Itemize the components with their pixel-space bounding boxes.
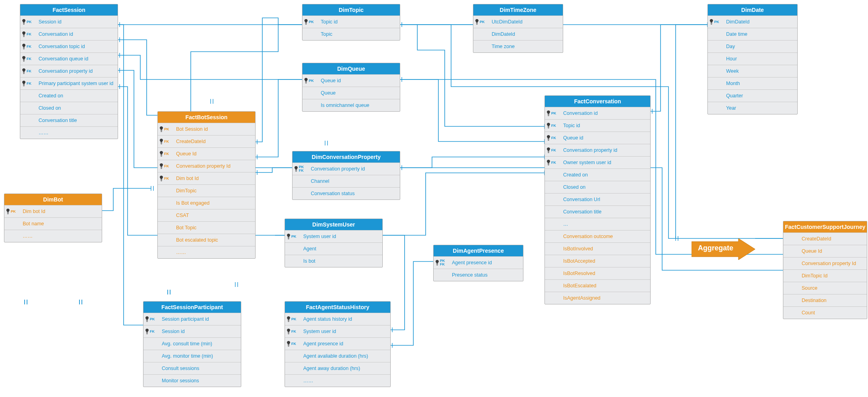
entity-dimDate: DimDatePKDimDateIdDate timeDayHourWeekMo… [707, 4, 798, 114]
entity-field-label: Dim bot Id [23, 209, 99, 214]
entity-field-label: CreateDateId [176, 139, 252, 144]
svg-rect-122 [305, 23, 307, 23]
entity-row: Created on [20, 89, 118, 102]
fk-key-icon: FK [159, 163, 176, 169]
svg-rect-154 [548, 128, 549, 128]
entity-row: Is Bot engaged [158, 197, 255, 209]
entity-row: FKQueue id [545, 132, 650, 144]
entity-field-label: Agent presence id [303, 341, 387, 347]
entity-row: Closed on [20, 102, 118, 114]
entity-row: Topic [302, 28, 400, 40]
entity-row: Conversation outcome [545, 230, 650, 242]
svg-rect-128 [295, 170, 297, 170]
entity-field-label: Avg. consult time (min) [162, 341, 238, 347]
entity-field-label: Session id [39, 19, 114, 25]
entity-row: Date time [708, 28, 797, 40]
entity-field-label: Channel [311, 178, 397, 184]
entity-row: CSAT [158, 209, 255, 221]
entity-dimTopic: DimTopicPKTopic idTopic [302, 4, 400, 41]
entity-field-label: Agent avaliable duration (hrs) [303, 353, 387, 359]
entity-row: PKUtcDimDateId [473, 15, 563, 28]
entity-row: Hour [708, 52, 797, 65]
entity-row: Closed on [545, 181, 650, 193]
entity-field-label: …… [23, 233, 99, 239]
entity-field-label: Is bot [303, 258, 379, 264]
svg-rect-95 [23, 84, 25, 85]
relationship-line [255, 79, 302, 157]
svg-rect-93 [23, 73, 25, 73]
svg-rect-130 [296, 171, 297, 172]
entity-row: Monitor sessions [143, 374, 241, 387]
entity-row: Bot escalated topic [158, 234, 255, 246]
svg-rect-98 [7, 212, 9, 213]
svg-rect-146 [476, 23, 478, 23]
svg-rect-157 [548, 140, 549, 141]
entity-field-label: …… [39, 130, 114, 136]
entity-field-label: IsBotAccepted [563, 258, 647, 264]
entity-header: FactBotSession [158, 112, 255, 123]
entity-header: DimTimeZone [473, 4, 563, 15]
relationship-line [117, 25, 143, 325]
pkfk-key-icon: PKFK [294, 165, 311, 172]
entity-field-label: Conversation status [311, 191, 397, 196]
entity-field-label: Conversation queue id [39, 56, 114, 62]
entity-row: FKSession id [143, 325, 241, 337]
entity-field-label: IsAgentAssigned [563, 295, 647, 301]
svg-rect-156 [548, 139, 549, 140]
entity-factAgentStatusHistory: FactAgentStatusHistoryPKAgent status his… [285, 301, 391, 387]
entity-row: …… [285, 374, 390, 387]
entity-field-label: Bot escalated topic [176, 237, 252, 243]
fk-key-icon: FK [22, 31, 39, 37]
fk-key-icon: FK [159, 139, 176, 144]
relationship-line [382, 173, 544, 235]
entity-field-label: CSAT [176, 213, 252, 218]
entity-row: FKSystem user id [285, 325, 390, 337]
entity-row: FKCreateDateId [158, 135, 255, 147]
entity-row: Agent avaliable duration (hrs) [285, 350, 390, 362]
svg-rect-127 [306, 83, 307, 83]
svg-rect-131 [288, 237, 289, 238]
svg-rect-135 [288, 321, 289, 321]
entity-field-label: Year [726, 105, 794, 111]
svg-rect-110 [161, 167, 162, 167]
entity-field-label: Queue id [563, 135, 647, 141]
relationship-line [255, 168, 292, 172]
svg-rect-159 [548, 152, 549, 152]
entity-row: …… [4, 230, 102, 242]
svg-rect-102 [161, 131, 162, 131]
fk-key-icon: FK [22, 44, 39, 49]
entity-row: Conversation title [20, 114, 118, 126]
entity-row: PKSystem user id [285, 230, 382, 242]
entity-field-label: Monitor sessions [162, 378, 238, 383]
entity-factSession: FactSessionPKSession idFKConversation id… [20, 4, 118, 139]
entity-row: Created on [545, 168, 650, 181]
svg-rect-125 [305, 81, 307, 82]
svg-rect-89 [23, 60, 25, 60]
svg-rect-88 [23, 49, 25, 49]
fk-key-icon: FK [287, 341, 303, 347]
svg-rect-151 [548, 116, 549, 116]
entity-field-label: Conversation id [563, 110, 647, 116]
entity-field-label: Time zone [492, 44, 560, 49]
entity-row: FKOwner system user id [545, 156, 650, 168]
relationship-line [399, 79, 544, 141]
entity-row: CreateDateId [783, 232, 867, 245]
relationship-line [399, 157, 544, 168]
entity-header: DimTopic [302, 4, 400, 15]
entity-field-label: Queue Id [176, 151, 252, 157]
entity-row: DimDateId [473, 28, 563, 40]
entity-header: DimBot [4, 194, 102, 205]
svg-rect-112 [161, 168, 162, 169]
entity-row: Queue [302, 87, 400, 99]
fk-key-icon: FK [546, 135, 563, 141]
pk-key-icon: PK [709, 19, 726, 25]
pk-key-icon: PK [304, 19, 321, 25]
entity-field-label: Conversation Url [563, 197, 647, 202]
entity-row: PKBot Session id [158, 123, 255, 135]
fk-key-icon: FK [159, 176, 176, 181]
relationship-line [117, 55, 302, 79]
relationship-line [390, 261, 433, 345]
entity-field-label: Avg. monitor time (min) [162, 353, 238, 359]
entity-field-label: Conversation topic id [39, 44, 114, 49]
relationship-line [255, 18, 302, 142]
